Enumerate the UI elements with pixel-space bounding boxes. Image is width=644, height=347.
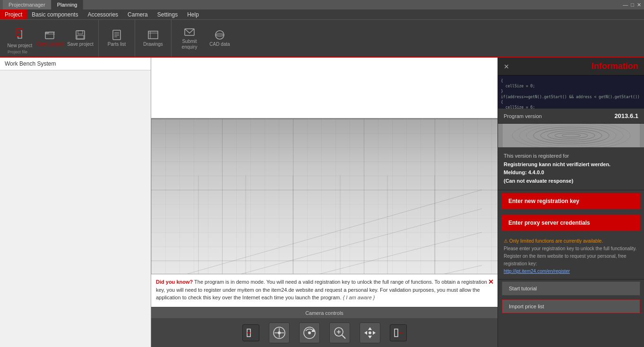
warning-text: ⚠ Only limited functions are currently a… xyxy=(498,234,644,279)
svg-point-38 xyxy=(278,331,281,334)
svg-line-43 xyxy=(342,335,345,339)
fingerprint-svg xyxy=(503,124,640,147)
title-bar: Projectmanager Planning — □ ✕ xyxy=(0,0,644,9)
cad-data-label: CAD data xyxy=(209,42,230,47)
warning-link[interactable]: http://ipt.item24.com/en/register xyxy=(504,269,570,274)
open-project-button[interactable]: Open project xyxy=(35,22,65,55)
svg-point-50 xyxy=(369,331,371,334)
toolbar: New project Open project Save project Pr… xyxy=(0,20,644,58)
close-button[interactable]: ✕ xyxy=(637,2,641,8)
save-project-icon xyxy=(75,29,86,42)
new-project-icon xyxy=(14,28,26,42)
notification-italic: { I am aware } xyxy=(343,295,375,300)
svg-rect-12 xyxy=(148,31,158,39)
did-you-know-label: Did you know? xyxy=(156,279,193,285)
notification-close-button[interactable]: ✕ xyxy=(488,277,494,287)
drawings-icon xyxy=(147,29,159,42)
new-project-label: New project xyxy=(8,43,33,49)
version-label: Program version xyxy=(504,113,542,119)
viewport-top[interactable] xyxy=(151,58,498,119)
svg-rect-6 xyxy=(77,35,84,39)
right-panel-header: ✕ Information xyxy=(498,58,644,76)
menu-help[interactable]: Help xyxy=(182,9,204,19)
cam-zoom-button[interactable] xyxy=(329,322,350,343)
enter-registration-key-button[interactable]: Enter new registration key xyxy=(502,193,640,209)
drawings-label: Drawings xyxy=(143,42,163,47)
cad-data-button[interactable]: CAD data xyxy=(205,22,235,55)
camera-toolbar xyxy=(151,319,498,347)
version-value: 2013.6.1 xyxy=(614,112,638,119)
minimize-button[interactable]: — xyxy=(623,2,628,8)
svg-marker-47 xyxy=(368,336,372,339)
right-panel-title: Information xyxy=(509,61,638,71)
parts-list-button[interactable]: Parts list xyxy=(102,22,132,55)
warning-orange: ⚠ Only limited functions are currently a… xyxy=(504,237,638,245)
save-project-button[interactable]: Save project xyxy=(65,22,95,55)
svg-marker-46 xyxy=(368,327,372,330)
left-panel-title: Work Bench System xyxy=(0,58,151,70)
maximize-button[interactable]: □ xyxy=(631,2,634,8)
toolbar-group-export: Submit enquiry CAD data xyxy=(172,20,238,57)
svg-rect-51 xyxy=(395,329,398,337)
enter-proxy-credentials-button[interactable]: Enter proxy server credentials xyxy=(502,215,640,231)
svg-rect-20 xyxy=(151,119,498,274)
svg-point-41 xyxy=(308,331,311,334)
open-project-label: Open project xyxy=(36,42,63,47)
submit-enquiry-label: Submit enquiry xyxy=(175,39,204,50)
center-panel: Did you know? The program is in demo mod… xyxy=(151,58,498,347)
cam-corner-left-button[interactable] xyxy=(242,324,259,341)
right-panel-close-button[interactable]: ✕ xyxy=(504,63,509,70)
menu-basic-components[interactable]: Basic components xyxy=(27,9,83,19)
drawings-button[interactable]: Drawings xyxy=(138,22,168,55)
notification-message: The program is in demo mode. You will ne… xyxy=(156,279,487,300)
warning-line3: Register on the item website to request … xyxy=(504,253,638,268)
menu-settings[interactable]: Settings xyxy=(153,9,182,19)
notification-bar: Did you know? The program is in demo mod… xyxy=(151,274,498,307)
registration-bold3: (Can not evaluate response) xyxy=(504,177,638,186)
toolbar-group-drawings: Drawings xyxy=(135,20,172,57)
fingerprint-area xyxy=(498,124,644,147)
title-tab-projectmanager[interactable]: Projectmanager xyxy=(3,0,52,9)
svg-marker-48 xyxy=(364,331,367,335)
cam-corner-right-button[interactable] xyxy=(390,324,407,341)
code-text: { cellSize = 0; } if(address>=getN().get… xyxy=(501,78,641,109)
submit-enquiry-icon xyxy=(184,26,195,39)
right-panel: ✕ Information { cellSize = 0; } if(addre… xyxy=(498,58,644,347)
svg-rect-7 xyxy=(113,30,120,40)
main-content: Work Bench System xyxy=(0,58,644,347)
registration-bold1: Registrierung kann nicht verifiziert wer… xyxy=(504,161,638,169)
start-tutorial-button[interactable]: Start tutorial xyxy=(502,281,640,296)
registration-bold2: Meldung: 4.4.0.0 xyxy=(504,169,638,177)
menu-accessories[interactable]: Accessories xyxy=(83,9,123,19)
menu-project[interactable]: Project xyxy=(0,9,27,19)
viewport-grid xyxy=(151,119,498,274)
import-price-list-button[interactable]: Import price list xyxy=(502,299,640,313)
viewport-3d[interactable] xyxy=(151,119,498,274)
parts-list-label: Parts list xyxy=(108,42,126,47)
code-preview: { cellSize = 0; } if(address>=getN().get… xyxy=(498,76,644,109)
cam-rotate-button[interactable] xyxy=(299,322,320,343)
open-project-icon xyxy=(44,29,56,42)
parts-list-icon xyxy=(111,29,122,42)
version-row: Program version 2013.6.1 xyxy=(498,109,644,124)
svg-rect-4 xyxy=(76,31,85,39)
title-tabs: Projectmanager Planning xyxy=(3,0,83,9)
cam-move-button[interactable] xyxy=(269,322,290,343)
svg-rect-5 xyxy=(78,31,83,34)
cad-data-icon xyxy=(214,29,225,42)
submit-enquiry-button[interactable]: Submit enquiry xyxy=(174,22,205,55)
toolbar-group-project: New project Open project Save project Pr… xyxy=(2,20,99,57)
menu-bar: Project Basic components Accessories Cam… xyxy=(0,9,644,20)
warning-line2: Please enter your registration key to un… xyxy=(504,245,638,253)
registration-text: This version is registered for xyxy=(504,152,638,161)
save-project-label: Save project xyxy=(67,42,94,47)
camera-controls-label: Camera controls xyxy=(151,307,498,319)
toolbar-group-print: Parts list xyxy=(99,20,135,57)
registration-info: This version is registered for Registrie… xyxy=(498,147,644,190)
svg-marker-49 xyxy=(373,331,376,335)
menu-camera[interactable]: Camera xyxy=(123,9,153,19)
project-file-label: Project file xyxy=(8,50,27,54)
cam-pan-button[interactable] xyxy=(360,322,380,343)
left-panel: Work Bench System xyxy=(0,58,151,347)
title-tab-planning[interactable]: Planning xyxy=(52,0,84,9)
